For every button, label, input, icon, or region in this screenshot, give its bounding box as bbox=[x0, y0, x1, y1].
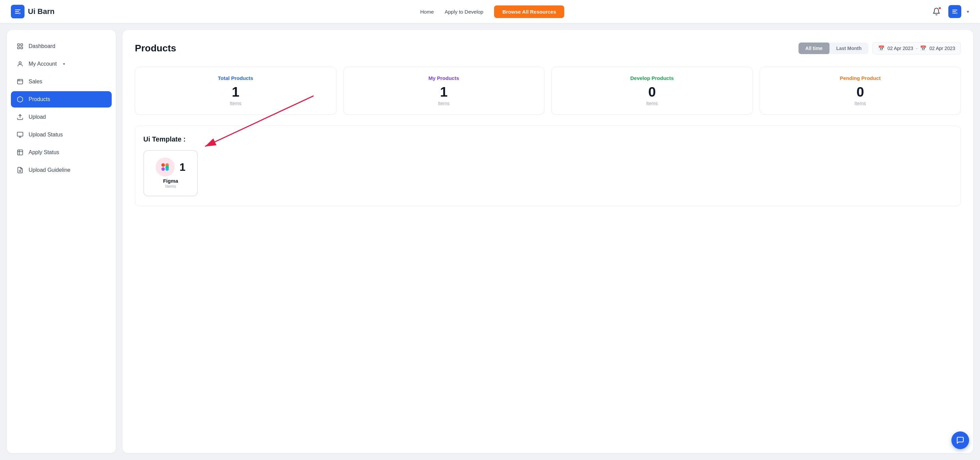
all-time-button[interactable]: All time bbox=[799, 43, 829, 54]
date-separator: - bbox=[916, 46, 918, 51]
develop-products-title: Develop Products bbox=[558, 75, 746, 81]
svg-point-23 bbox=[165, 165, 169, 169]
sidebar-item-my-account-label: My Account bbox=[29, 61, 57, 67]
svg-rect-21 bbox=[161, 167, 165, 171]
page-title: Products bbox=[135, 43, 176, 54]
stat-card-my-products: My Products 1 Items bbox=[343, 67, 545, 115]
sidebar-item-products-label: Products bbox=[29, 96, 50, 102]
my-products-title: My Products bbox=[350, 75, 538, 81]
sidebar-item-upload-guideline[interactable]: Upload Guideline bbox=[11, 162, 112, 178]
template-name: Figma bbox=[163, 178, 178, 184]
nav-apply[interactable]: Apply to Develop bbox=[445, 9, 483, 14]
header-actions: ▾ bbox=[930, 5, 969, 18]
products-icon bbox=[16, 95, 24, 103]
layout: Dashboard My Account ▾ Sales Products bbox=[0, 23, 980, 460]
logo-icon bbox=[11, 5, 24, 18]
my-account-icon bbox=[16, 60, 24, 68]
stat-card-total-products: Total Products 1 Items bbox=[135, 67, 336, 115]
logo-text: Ui Barn bbox=[28, 7, 54, 16]
svg-point-1 bbox=[956, 12, 958, 14]
stat-card-develop-products: Develop Products 0 Items bbox=[551, 67, 753, 115]
sidebar-item-sales-label: Sales bbox=[29, 79, 42, 85]
svg-rect-3 bbox=[21, 44, 23, 46]
sidebar-item-upload-label: Upload bbox=[29, 114, 46, 120]
sidebar-item-upload[interactable]: Upload bbox=[11, 109, 112, 125]
total-products-sub: Items bbox=[142, 101, 329, 106]
upload-icon bbox=[16, 113, 24, 121]
stat-card-pending-product: Pending Product 0 Items bbox=[760, 67, 961, 115]
sidebar-item-upload-status[interactable]: Upload Status bbox=[11, 127, 112, 143]
pending-product-title: Pending Product bbox=[767, 75, 954, 81]
svg-rect-4 bbox=[18, 47, 20, 49]
user-avatar[interactable] bbox=[948, 5, 961, 18]
sidebar: Dashboard My Account ▾ Sales Products bbox=[7, 30, 116, 453]
apply-status-icon bbox=[16, 149, 24, 156]
date-from: 02 Apr 2023 bbox=[888, 46, 913, 51]
template-section-title: Ui Template : bbox=[143, 135, 952, 143]
upload-status-icon bbox=[16, 131, 24, 138]
main-nav: Home Apply to Develop Browse All Resourc… bbox=[420, 5, 564, 18]
sidebar-item-dashboard-label: Dashboard bbox=[29, 43, 55, 49]
pending-product-value: 0 bbox=[767, 84, 954, 99]
date-to: 02 Apr 2023 bbox=[929, 46, 955, 51]
sales-icon bbox=[16, 78, 24, 86]
sidebar-item-dashboard[interactable]: Dashboard bbox=[11, 38, 112, 54]
my-products-sub: Items bbox=[350, 101, 538, 106]
sidebar-item-apply-status-label: Apply Status bbox=[29, 149, 59, 155]
sidebar-item-sales[interactable]: Sales bbox=[11, 73, 112, 90]
develop-products-sub: Items bbox=[558, 101, 746, 106]
svg-rect-11 bbox=[18, 132, 23, 136]
calendar-to-icon: 📅 bbox=[920, 45, 926, 51]
svg-rect-19 bbox=[161, 163, 165, 167]
pending-product-sub: Items bbox=[767, 101, 954, 106]
chat-button[interactable] bbox=[951, 431, 969, 449]
develop-products-value: 0 bbox=[558, 84, 746, 99]
my-products-value: 1 bbox=[350, 84, 538, 99]
browse-all-resources-button[interactable]: Browse All Resources bbox=[494, 5, 564, 18]
template-items: Items bbox=[165, 184, 176, 189]
sidebar-item-my-account[interactable]: My Account ▾ bbox=[11, 56, 112, 72]
notification-button[interactable] bbox=[930, 5, 943, 18]
nav-home[interactable]: Home bbox=[420, 9, 434, 14]
sidebar-item-upload-status-label: Upload Status bbox=[29, 132, 63, 138]
template-section: Ui Template : bbox=[135, 125, 961, 206]
upload-guideline-icon bbox=[16, 167, 24, 174]
stats-grid: Total Products 1 Items My Products 1 Ite… bbox=[135, 67, 961, 115]
svg-point-6 bbox=[19, 62, 21, 64]
sidebar-item-products[interactable]: Products bbox=[11, 91, 112, 108]
user-menu-chevron[interactable]: ▾ bbox=[967, 9, 969, 14]
total-products-value: 1 bbox=[142, 84, 329, 99]
date-range[interactable]: 📅 02 Apr 2023 - 📅 02 Apr 2023 bbox=[872, 42, 961, 54]
sidebar-item-upload-guideline-label: Upload Guideline bbox=[29, 167, 70, 173]
last-month-button[interactable]: Last Month bbox=[829, 43, 869, 54]
my-account-chevron: ▾ bbox=[63, 62, 65, 67]
filter-group: All time Last Month 📅 02 Apr 2023 - 📅 02… bbox=[799, 42, 961, 54]
figma-template-card[interactable]: 1 Figma Items bbox=[143, 150, 198, 196]
svg-point-0 bbox=[19, 12, 21, 14]
notification-badge bbox=[938, 6, 942, 10]
figma-logo bbox=[156, 157, 175, 176]
header: Ui Barn Home Apply to Develop Browse All… bbox=[0, 0, 980, 23]
logo[interactable]: Ui Barn bbox=[11, 5, 54, 18]
page-header: Products All time Last Month 📅 02 Apr 20… bbox=[135, 42, 961, 54]
total-products-title: Total Products bbox=[142, 75, 329, 81]
sidebar-item-apply-status[interactable]: Apply Status bbox=[11, 144, 112, 160]
dashboard-icon bbox=[16, 43, 24, 50]
svg-rect-7 bbox=[18, 79, 23, 84]
time-toggle: All time Last Month bbox=[799, 43, 868, 54]
svg-rect-5 bbox=[21, 47, 23, 49]
svg-rect-2 bbox=[18, 44, 20, 46]
template-count: 1 bbox=[180, 161, 186, 173]
calendar-from-icon: 📅 bbox=[878, 45, 885, 51]
svg-rect-14 bbox=[18, 150, 23, 155]
template-card-row: 1 bbox=[156, 157, 186, 176]
main-content: Products All time Last Month 📅 02 Apr 20… bbox=[123, 30, 973, 453]
